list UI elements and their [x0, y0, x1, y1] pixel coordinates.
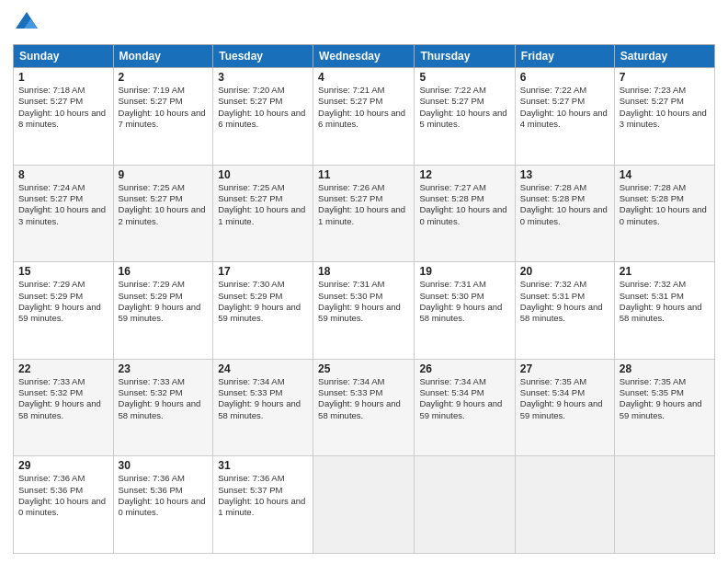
- day-number: 6: [520, 71, 609, 84]
- day-info: Sunrise: 7:36 AMSunset: 5:36 PMDaylight:…: [119, 473, 209, 518]
- day-info: Sunrise: 7:33 AMSunset: 5:32 PMDaylight:…: [119, 376, 209, 421]
- day-number: 21: [620, 265, 710, 278]
- day-number: 11: [318, 168, 409, 181]
- day-number: 4: [318, 71, 409, 84]
- day-info: Sunrise: 7:22 AMSunset: 5:27 PMDaylight:…: [419, 85, 509, 130]
- day-number: 7: [620, 71, 710, 84]
- calendar-cell: 22Sunrise: 7:33 AMSunset: 5:32 PMDayligh…: [14, 359, 114, 456]
- calendar-cell: 15Sunrise: 7:29 AMSunset: 5:29 PMDayligh…: [14, 262, 114, 360]
- calendar-cell: [614, 456, 714, 554]
- day-info: Sunrise: 7:28 AMSunset: 5:28 PMDaylight:…: [620, 182, 710, 227]
- week-row-1: 1Sunrise: 7:18 AMSunset: 5:27 PMDaylight…: [14, 68, 715, 166]
- week-row-3: 15Sunrise: 7:29 AMSunset: 5:29 PMDayligh…: [14, 262, 715, 360]
- calendar-cell: 25Sunrise: 7:34 AMSunset: 5:33 PMDayligh…: [313, 359, 415, 456]
- day-info: Sunrise: 7:23 AMSunset: 5:27 PMDaylight:…: [620, 85, 710, 130]
- day-info: Sunrise: 7:20 AMSunset: 5:27 PMDaylight:…: [218, 85, 308, 130]
- day-number: 26: [419, 362, 509, 375]
- day-number: 19: [419, 265, 509, 278]
- day-info: Sunrise: 7:26 AMSunset: 5:27 PMDaylight:…: [318, 182, 409, 227]
- day-number: 9: [119, 168, 209, 181]
- day-info: Sunrise: 7:35 AMSunset: 5:34 PMDaylight:…: [520, 376, 609, 421]
- day-info: Sunrise: 7:25 AMSunset: 5:27 PMDaylight:…: [119, 182, 209, 227]
- day-number: 18: [318, 265, 409, 278]
- calendar-cell: 24Sunrise: 7:34 AMSunset: 5:33 PMDayligh…: [213, 359, 313, 456]
- calendar-cell: 17Sunrise: 7:30 AMSunset: 5:29 PMDayligh…: [213, 262, 313, 360]
- calendar-cell: 1Sunrise: 7:18 AMSunset: 5:27 PMDaylight…: [14, 68, 114, 166]
- calendar-cell: 4Sunrise: 7:21 AMSunset: 5:27 PMDaylight…: [313, 68, 415, 166]
- day-info: Sunrise: 7:28 AMSunset: 5:28 PMDaylight:…: [520, 182, 609, 227]
- calendar-cell: 27Sunrise: 7:35 AMSunset: 5:34 PMDayligh…: [515, 359, 614, 456]
- calendar-cell: 30Sunrise: 7:36 AMSunset: 5:36 PMDayligh…: [113, 456, 213, 554]
- header: [13, 9, 715, 37]
- col-header-sunday: Sunday: [14, 45, 114, 68]
- calendar-cell: 26Sunrise: 7:34 AMSunset: 5:34 PMDayligh…: [415, 359, 515, 456]
- calendar-cell: 14Sunrise: 7:28 AMSunset: 5:28 PMDayligh…: [614, 165, 714, 262]
- day-number: 24: [218, 362, 308, 375]
- week-row-4: 22Sunrise: 7:33 AMSunset: 5:32 PMDayligh…: [14, 359, 715, 456]
- calendar-cell: 19Sunrise: 7:31 AMSunset: 5:30 PMDayligh…: [415, 262, 515, 360]
- day-info: Sunrise: 7:36 AMSunset: 5:36 PMDaylight:…: [18, 473, 108, 518]
- calendar-cell: 21Sunrise: 7:32 AMSunset: 5:31 PMDayligh…: [614, 262, 714, 360]
- day-info: Sunrise: 7:21 AMSunset: 5:27 PMDaylight:…: [318, 85, 409, 130]
- day-number: 14: [620, 168, 710, 181]
- calendar-cell: 12Sunrise: 7:27 AMSunset: 5:28 PMDayligh…: [415, 165, 515, 262]
- day-number: 20: [520, 265, 609, 278]
- header-row: SundayMondayTuesdayWednesdayThursdayFrid…: [14, 45, 715, 68]
- day-number: 31: [218, 459, 308, 472]
- page: SundayMondayTuesdayWednesdayThursdayFrid…: [0, 0, 728, 563]
- week-row-5: 29Sunrise: 7:36 AMSunset: 5:36 PMDayligh…: [14, 456, 715, 554]
- day-number: 3: [218, 71, 308, 84]
- day-info: Sunrise: 7:24 AMSunset: 5:27 PMDaylight:…: [18, 182, 108, 227]
- calendar-cell: 10Sunrise: 7:25 AMSunset: 5:27 PMDayligh…: [213, 165, 313, 262]
- calendar-cell: 2Sunrise: 7:19 AMSunset: 5:27 PMDaylight…: [113, 68, 213, 166]
- day-number: 23: [119, 362, 209, 375]
- day-number: 2: [119, 71, 209, 84]
- day-number: 16: [119, 265, 209, 278]
- col-header-wednesday: Wednesday: [313, 45, 415, 68]
- day-number: 1: [18, 71, 108, 84]
- calendar-cell: [415, 456, 515, 554]
- day-number: 15: [18, 265, 108, 278]
- day-number: 25: [318, 362, 409, 375]
- calendar-cell: 20Sunrise: 7:32 AMSunset: 5:31 PMDayligh…: [515, 262, 614, 360]
- day-info: Sunrise: 7:27 AMSunset: 5:28 PMDaylight:…: [419, 182, 509, 227]
- col-header-saturday: Saturday: [614, 45, 714, 68]
- calendar-cell: 6Sunrise: 7:22 AMSunset: 5:27 PMDaylight…: [515, 68, 614, 166]
- day-number: 27: [520, 362, 609, 375]
- logo: [13, 9, 44, 37]
- calendar-cell: 8Sunrise: 7:24 AMSunset: 5:27 PMDaylight…: [14, 165, 114, 262]
- day-info: Sunrise: 7:29 AMSunset: 5:29 PMDaylight:…: [18, 279, 108, 324]
- calendar-cell: 9Sunrise: 7:25 AMSunset: 5:27 PMDaylight…: [113, 165, 213, 262]
- day-number: 29: [18, 459, 108, 472]
- day-info: Sunrise: 7:34 AMSunset: 5:33 PMDaylight:…: [318, 376, 409, 421]
- day-info: Sunrise: 7:34 AMSunset: 5:33 PMDaylight:…: [218, 376, 308, 421]
- calendar-cell: 28Sunrise: 7:35 AMSunset: 5:35 PMDayligh…: [614, 359, 714, 456]
- day-info: Sunrise: 7:36 AMSunset: 5:37 PMDaylight:…: [218, 473, 308, 518]
- day-number: 30: [119, 459, 209, 472]
- calendar-cell: [313, 456, 415, 554]
- day-info: Sunrise: 7:29 AMSunset: 5:29 PMDaylight:…: [119, 279, 209, 324]
- col-header-monday: Monday: [113, 45, 213, 68]
- calendar-cell: 23Sunrise: 7:33 AMSunset: 5:32 PMDayligh…: [113, 359, 213, 456]
- day-info: Sunrise: 7:19 AMSunset: 5:27 PMDaylight:…: [119, 85, 209, 130]
- day-number: 17: [218, 265, 308, 278]
- day-number: 10: [218, 168, 308, 181]
- calendar-cell: 31Sunrise: 7:36 AMSunset: 5:37 PMDayligh…: [213, 456, 313, 554]
- week-row-2: 8Sunrise: 7:24 AMSunset: 5:27 PMDaylight…: [14, 165, 715, 262]
- day-number: 8: [18, 168, 108, 181]
- calendar-cell: 11Sunrise: 7:26 AMSunset: 5:27 PMDayligh…: [313, 165, 415, 262]
- day-info: Sunrise: 7:25 AMSunset: 5:27 PMDaylight:…: [218, 182, 308, 227]
- calendar-cell: 7Sunrise: 7:23 AMSunset: 5:27 PMDaylight…: [614, 68, 714, 166]
- logo-icon: [13, 9, 40, 37]
- col-header-tuesday: Tuesday: [213, 45, 313, 68]
- calendar-cell: [515, 456, 614, 554]
- day-info: Sunrise: 7:32 AMSunset: 5:31 PMDaylight:…: [620, 279, 710, 324]
- day-number: 13: [520, 168, 609, 181]
- day-info: Sunrise: 7:30 AMSunset: 5:29 PMDaylight:…: [218, 279, 308, 324]
- day-info: Sunrise: 7:34 AMSunset: 5:34 PMDaylight:…: [419, 376, 509, 421]
- day-info: Sunrise: 7:31 AMSunset: 5:30 PMDaylight:…: [419, 279, 509, 324]
- day-info: Sunrise: 7:33 AMSunset: 5:32 PMDaylight:…: [18, 376, 108, 421]
- calendar-cell: 3Sunrise: 7:20 AMSunset: 5:27 PMDaylight…: [213, 68, 313, 166]
- calendar-cell: 5Sunrise: 7:22 AMSunset: 5:27 PMDaylight…: [415, 68, 515, 166]
- day-info: Sunrise: 7:22 AMSunset: 5:27 PMDaylight:…: [520, 85, 609, 130]
